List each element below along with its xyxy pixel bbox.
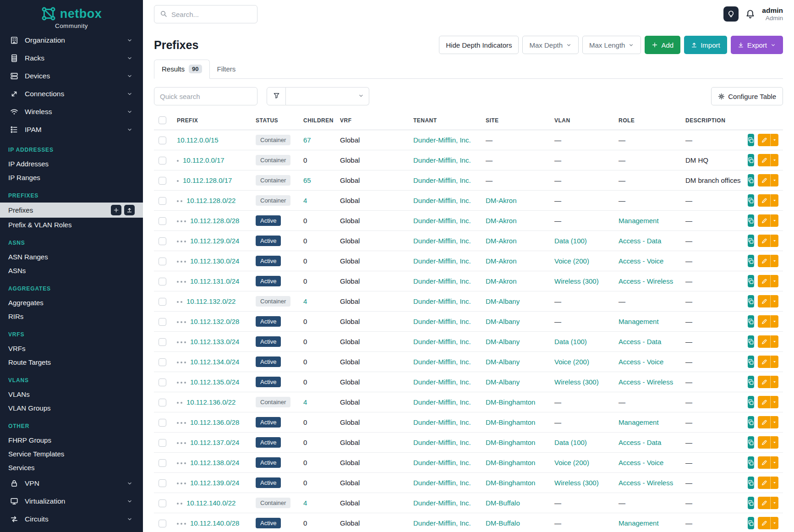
row-checkbox[interactable] xyxy=(159,278,166,285)
site-link[interactable]: DM-Albany xyxy=(486,358,520,366)
edit-button[interactable] xyxy=(758,275,770,287)
tenant-link[interactable]: Dunder-Mifflin, Inc. xyxy=(413,479,471,487)
role-link[interactable]: Access - Wireless xyxy=(619,277,673,285)
vlan-link[interactable]: Wireless (300) xyxy=(554,378,599,386)
prefix-link[interactable]: 10.112.138.0/24 xyxy=(190,459,239,466)
tenant-link[interactable]: Dunder-Mifflin, Inc. xyxy=(413,277,471,285)
row-checkbox[interactable] xyxy=(159,157,166,165)
edit-button[interactable] xyxy=(758,295,770,307)
prefix-link[interactable]: 10.112.140.0/22 xyxy=(186,499,235,507)
sidebar-item-vpn[interactable]: VPN xyxy=(0,474,143,492)
clone-button[interactable] xyxy=(748,235,754,247)
saved-filter-select[interactable] xyxy=(286,87,369,105)
clone-button[interactable] xyxy=(748,376,754,388)
column-header-prefix[interactable]: PREFIX xyxy=(172,112,251,130)
tenant-link[interactable]: Dunder-Mifflin, Inc. xyxy=(413,439,471,446)
edit-dropdown-toggle[interactable] xyxy=(770,477,778,489)
tenant-link[interactable]: Dunder-Mifflin, Inc. xyxy=(413,519,471,527)
row-checkbox[interactable] xyxy=(159,217,166,225)
prefix-link[interactable]: 10.112.136.0/22 xyxy=(186,398,235,406)
vlan-link[interactable]: Data (100) xyxy=(554,338,587,346)
prefix-link[interactable]: 10.112.134.0/24 xyxy=(190,358,239,366)
global-search-input[interactable] xyxy=(171,11,252,18)
column-header-status[interactable]: STATUS xyxy=(251,112,299,130)
edit-button[interactable] xyxy=(758,436,770,449)
site-link[interactable]: DM-Akron xyxy=(486,217,517,225)
clone-button[interactable] xyxy=(748,356,754,368)
edit-button[interactable] xyxy=(758,194,770,207)
sidebar-item-vlans[interactable]: VLANs xyxy=(0,387,143,401)
row-checkbox[interactable] xyxy=(159,358,166,366)
prefix-link[interactable]: 10.112.129.0/24 xyxy=(190,237,239,245)
site-link[interactable]: DM-Albany xyxy=(486,338,520,346)
sidebar-item-organization[interactable]: Organization xyxy=(0,31,143,49)
edit-dropdown-toggle[interactable] xyxy=(770,194,778,207)
row-checkbox[interactable] xyxy=(159,459,166,467)
edit-dropdown-toggle[interactable] xyxy=(770,214,778,227)
prefix-link[interactable]: 10.112.130.0/24 xyxy=(190,257,239,265)
sidebar-item-devices[interactable]: Devices xyxy=(0,67,143,85)
edit-dropdown-toggle[interactable] xyxy=(770,436,778,449)
role-link[interactable]: Access - Voice xyxy=(619,358,663,366)
brand[interactable]: netbox Community xyxy=(0,0,143,31)
prefix-link[interactable]: 10.112.128.0/17 xyxy=(183,176,232,184)
site-link[interactable]: DM-Akron xyxy=(486,257,517,265)
row-checkbox[interactable] xyxy=(159,258,166,265)
role-link[interactable]: Access - Data xyxy=(619,439,661,446)
row-checkbox[interactable] xyxy=(159,177,166,185)
tenant-link[interactable]: Dunder-Mifflin, Inc. xyxy=(413,398,471,406)
edit-button[interactable] xyxy=(758,416,770,428)
sidebar-item-service-templates[interactable]: Service Templates xyxy=(0,447,143,461)
site-link[interactable]: DM-Buffalo xyxy=(486,499,520,507)
edit-dropdown-toggle[interactable] xyxy=(770,517,778,529)
vlan-link[interactable]: Wireless (300) xyxy=(554,277,599,285)
site-link[interactable]: DM-Albany xyxy=(486,297,520,305)
clone-button[interactable] xyxy=(748,396,754,408)
sidebar-item-ip-ranges[interactable]: IP Ranges xyxy=(0,170,143,184)
row-checkbox[interactable] xyxy=(159,479,166,487)
filter-button[interactable] xyxy=(267,87,286,105)
export-button[interactable]: Export xyxy=(731,36,783,54)
sidebar-item-asn-ranges[interactable]: ASN Ranges xyxy=(0,250,143,263)
prefix-link[interactable]: 10.112.0.0/17 xyxy=(183,156,225,164)
edit-button[interactable] xyxy=(758,456,770,469)
children-count-link[interactable]: 4 xyxy=(303,297,307,305)
site-link[interactable]: DM-Akron xyxy=(486,197,517,204)
tenant-link[interactable]: Dunder-Mifflin, Inc. xyxy=(413,156,471,164)
site-link[interactable]: DM-Akron xyxy=(486,237,517,245)
import-prefix-button[interactable] xyxy=(124,205,135,215)
vlan-link[interactable]: Voice (200) xyxy=(554,459,589,466)
sidebar-item-rirs[interactable]: RIRs xyxy=(0,309,143,323)
edit-dropdown-toggle[interactable] xyxy=(770,356,778,368)
edit-button[interactable] xyxy=(758,497,770,509)
children-count-link[interactable]: 67 xyxy=(303,136,311,144)
edit-dropdown-toggle[interactable] xyxy=(770,275,778,287)
edit-button[interactable] xyxy=(758,517,770,529)
row-checkbox[interactable] xyxy=(159,237,166,245)
edit-button[interactable] xyxy=(758,134,770,146)
prefix-link[interactable]: 10.112.131.0/24 xyxy=(190,277,239,285)
edit-dropdown-toggle[interactable] xyxy=(770,376,778,388)
clone-button[interactable] xyxy=(748,134,754,146)
edit-dropdown-toggle[interactable] xyxy=(770,335,778,348)
tenant-link[interactable]: Dunder-Mifflin, Inc. xyxy=(413,257,471,265)
tenant-link[interactable]: Dunder-Mifflin, Inc. xyxy=(413,136,471,144)
role-link[interactable]: Access - Data xyxy=(619,237,661,245)
global-search[interactable] xyxy=(154,5,257,23)
quick-search-input[interactable] xyxy=(154,87,257,105)
role-link[interactable]: Access - Voice xyxy=(619,257,663,265)
clone-button[interactable] xyxy=(748,154,754,166)
sidebar-item-fhrp-groups[interactable]: FHRP Groups xyxy=(0,433,143,447)
row-checkbox[interactable] xyxy=(159,338,166,346)
import-button[interactable]: Import xyxy=(684,36,727,54)
sidebar-item-ipam[interactable]: IPAM xyxy=(0,121,143,138)
tenant-link[interactable]: Dunder-Mifflin, Inc. xyxy=(413,459,471,466)
children-count-link[interactable]: 4 xyxy=(303,398,307,406)
edit-button[interactable] xyxy=(758,315,770,328)
column-header-role[interactable]: ROLE xyxy=(614,112,681,130)
row-checkbox[interactable] xyxy=(159,419,166,427)
theme-toggle-button[interactable] xyxy=(723,6,739,22)
user-menu[interactable]: admin Admin xyxy=(762,6,783,22)
sidebar-item-route-targets[interactable]: Route Targets xyxy=(0,355,143,369)
edit-button[interactable] xyxy=(758,214,770,227)
